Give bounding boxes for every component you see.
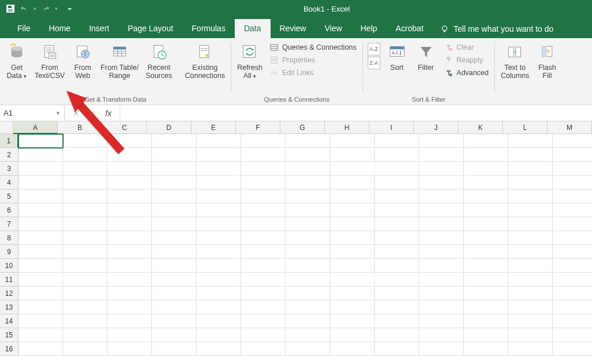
cell-H11[interactable]	[330, 273, 375, 287]
cell-L7[interactable]	[508, 217, 553, 231]
cell-H4[interactable]	[330, 176, 375, 190]
from-text-csv-button[interactable]: From Text/CSV	[32, 40, 67, 80]
cell-H3[interactable]	[330, 162, 375, 176]
tell-me-search[interactable]: Tell me what you want to do	[433, 20, 561, 38]
cell-C12[interactable]	[108, 287, 152, 300]
cell-I9[interactable]	[375, 245, 419, 259]
cell-K5[interactable]	[464, 190, 508, 203]
cell-D14[interactable]	[152, 314, 197, 328]
cell-I5[interactable]	[375, 190, 419, 203]
cell-F9[interactable]	[241, 245, 286, 259]
cell-G1[interactable]	[286, 134, 330, 148]
cell-I11[interactable]	[375, 273, 419, 287]
cell-K15[interactable]	[464, 328, 508, 342]
cell-M15[interactable]	[553, 328, 592, 342]
cell-L11[interactable]	[508, 273, 553, 287]
row-header-1[interactable]: 1	[0, 134, 18, 148]
cell-G8[interactable]	[286, 231, 330, 245]
cell-A5[interactable]	[18, 190, 63, 203]
cell-K3[interactable]	[464, 162, 508, 176]
cell-J5[interactable]	[419, 190, 464, 203]
cell-L2[interactable]	[508, 148, 553, 162]
cell-B9[interactable]	[63, 245, 108, 259]
cell-I2[interactable]	[375, 148, 419, 162]
cell-G3[interactable]	[286, 162, 330, 176]
cell-J13[interactable]	[419, 300, 464, 314]
cell-L15[interactable]	[508, 328, 553, 342]
name-box[interactable]: A1 ▼	[0, 105, 65, 121]
cell-M4[interactable]	[553, 176, 592, 190]
cell-B2[interactable]	[63, 148, 108, 162]
cell-B14[interactable]	[63, 314, 108, 328]
cell-K13[interactable]	[464, 300, 508, 314]
cell-G5[interactable]	[286, 190, 330, 203]
tab-acrobat[interactable]: Acrobat	[386, 19, 432, 38]
cell-H5[interactable]	[330, 190, 375, 203]
cell-B12[interactable]	[63, 287, 108, 300]
cell-D13[interactable]	[152, 300, 197, 314]
column-header-L[interactable]: L	[503, 121, 547, 134]
cell-A15[interactable]	[18, 328, 63, 342]
cell-M13[interactable]	[553, 300, 592, 314]
cell-I16[interactable]	[375, 342, 419, 356]
cell-C9[interactable]	[108, 245, 152, 259]
cell-I14[interactable]	[375, 314, 419, 328]
text-to-columns-button[interactable]: Text to Columns	[498, 40, 531, 80]
cell-E12[interactable]	[197, 287, 241, 300]
cell-H1[interactable]	[330, 134, 375, 148]
cell-J16[interactable]	[419, 342, 464, 356]
cell-M1[interactable]	[553, 134, 592, 148]
cell-G16[interactable]	[286, 342, 330, 356]
cell-A14[interactable]	[18, 314, 63, 328]
cell-G10[interactable]	[286, 259, 330, 273]
cell-M12[interactable]	[553, 287, 592, 300]
row-header-9[interactable]: 9	[0, 245, 18, 259]
cell-I4[interactable]	[375, 176, 419, 190]
cell-C8[interactable]	[108, 231, 152, 245]
cell-I6[interactable]	[375, 203, 419, 217]
cell-E2[interactable]	[197, 148, 241, 162]
existing-connections-button[interactable]: Existing Connections	[183, 40, 228, 80]
row-header-6[interactable]: 6	[0, 203, 18, 217]
cell-I13[interactable]	[375, 300, 419, 314]
cell-I7[interactable]	[375, 217, 419, 231]
cell-F11[interactable]	[241, 273, 286, 287]
cell-A12[interactable]	[18, 287, 63, 300]
redo-icon[interactable]	[41, 4, 50, 13]
cell-J2[interactable]	[419, 148, 464, 162]
flash-fill-button[interactable]: Flash Fill	[534, 40, 561, 80]
cell-C13[interactable]	[108, 300, 152, 314]
cell-A1[interactable]	[18, 134, 63, 148]
cell-B6[interactable]	[63, 203, 108, 217]
cell-M11[interactable]	[553, 273, 592, 287]
cell-L6[interactable]	[508, 203, 553, 217]
cell-D5[interactable]	[152, 190, 197, 203]
cell-E5[interactable]	[197, 190, 241, 203]
cell-B7[interactable]	[63, 217, 108, 231]
row-header-7[interactable]: 7	[0, 217, 18, 231]
cell-F15[interactable]	[241, 328, 286, 342]
cell-D8[interactable]	[152, 231, 197, 245]
cell-E1[interactable]	[197, 134, 241, 148]
formula-bar[interactable]	[120, 105, 592, 121]
cell-H12[interactable]	[330, 287, 375, 300]
cell-K1[interactable]	[464, 134, 508, 148]
from-web-button[interactable]: From Web	[69, 40, 96, 80]
from-table-range-button[interactable]: From Table/ Range	[98, 40, 141, 80]
cell-H6[interactable]	[330, 203, 375, 217]
cell-L5[interactable]	[508, 190, 553, 203]
cell-D9[interactable]	[152, 245, 197, 259]
cell-B4[interactable]	[63, 176, 108, 190]
cell-E11[interactable]	[197, 273, 241, 287]
cell-F16[interactable]	[241, 342, 286, 356]
tab-view[interactable]: View	[315, 19, 351, 38]
cell-K12[interactable]	[464, 287, 508, 300]
sort-desc-button[interactable]: Z↓A	[368, 57, 380, 69]
cell-D11[interactable]	[152, 273, 197, 287]
column-header-K[interactable]: K	[458, 121, 503, 134]
cell-A6[interactable]	[18, 203, 63, 217]
cell-I1[interactable]	[375, 134, 419, 148]
cell-I8[interactable]	[375, 231, 419, 245]
cell-J9[interactable]	[419, 245, 464, 259]
cell-K4[interactable]	[464, 176, 508, 190]
